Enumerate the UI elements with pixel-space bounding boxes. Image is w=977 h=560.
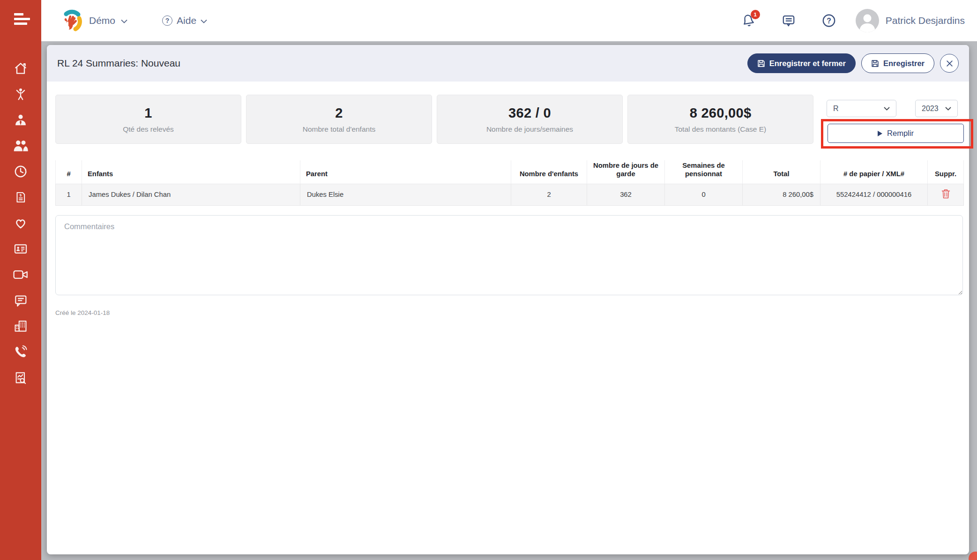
sidebar-item-health[interactable] [0, 210, 41, 236]
type-select-value: R [833, 105, 839, 113]
col-nb-enfants: Nombre d'enfants [511, 160, 587, 184]
feedback-button[interactable] [781, 13, 797, 29]
stat-card-releves: 1 Qté des relevés [55, 95, 241, 144]
chevron-down-icon [121, 19, 127, 23]
col-jours-garde: Nombre de jours de garde [587, 160, 665, 184]
child-icon [14, 87, 28, 101]
svg-text:$: $ [20, 193, 22, 197]
trash-icon [941, 189, 950, 199]
save-button[interactable]: Enregistrer [861, 53, 934, 73]
educator-icon [13, 112, 28, 127]
delete-row-button[interactable] [941, 189, 950, 199]
cell-parent: Dukes Elsie [300, 184, 511, 205]
cell-papier-xml: 552424412 / 000000416 [820, 184, 928, 205]
sidebar-item-calls[interactable] [0, 339, 41, 365]
save-label: Enregistrer [883, 59, 925, 68]
chevron-down-icon [884, 107, 890, 111]
notification-badge: 1 [751, 10, 760, 19]
svg-text:?: ? [827, 17, 831, 25]
report-icon [13, 370, 28, 385]
year-select[interactable]: 2023 [915, 100, 958, 117]
save-icon [871, 60, 879, 67]
help-label: Aide [177, 15, 196, 26]
cell-semaines: 0 [665, 184, 743, 205]
col-semaines: Semaines de pensionnat [665, 160, 743, 184]
stat-value: 362 / 0 [508, 105, 551, 121]
user-name[interactable]: Patrick Desjardins [886, 15, 965, 26]
stat-value: 2 [335, 105, 343, 121]
modal-header: RL 24 Summaries: Nouveau Enregistrer et … [47, 45, 969, 82]
heart-icon [13, 216, 28, 231]
video-camera-icon [13, 268, 29, 282]
stat-label: Nombre de jours/semaines [486, 125, 573, 134]
stat-label: Nombre total d'enfants [303, 125, 375, 134]
sidebar-item-attendance[interactable] [0, 158, 41, 184]
avatar[interactable] [856, 9, 879, 32]
sidebar-item-messages[interactable] [0, 287, 41, 313]
help-menu[interactable]: ? Aide [162, 15, 207, 26]
cell-enfants: James Dukes / Dilan Chan [82, 184, 300, 205]
close-icon [946, 60, 953, 67]
brand-label: Démo [89, 15, 115, 26]
save-icon [757, 60, 765, 67]
col-parent: Parent [300, 160, 511, 184]
col-enfants: Enfants [82, 160, 300, 184]
invoice-icon: $ [14, 190, 28, 204]
chevron-down-icon [201, 19, 207, 23]
comments-textarea[interactable] [55, 215, 963, 295]
table-row: 1 James Dukes / Dilan Chan Dukes Elsie 2… [56, 184, 964, 205]
phone-icon [13, 344, 28, 359]
people-icon [13, 139, 29, 153]
sidebar-item-video[interactable] [0, 261, 41, 287]
stat-value: 1 [144, 105, 152, 121]
cell-suppr [928, 184, 964, 205]
sidebar-item-reports[interactable] [0, 365, 41, 390]
sidebar-item-parents[interactable] [0, 133, 41, 158]
sidebar-item-home[interactable] [0, 55, 41, 81]
stat-label: Total des montants (Case E) [675, 125, 767, 134]
sidebar-item-billing[interactable]: $ [0, 184, 41, 210]
chevron-down-icon [945, 107, 951, 111]
question-mark-icon: ? [821, 13, 837, 29]
building-icon [13, 319, 28, 334]
cell-nb-enfants: 2 [511, 184, 587, 205]
stat-card-jours: 362 / 0 Nombre de jours/semaines [437, 95, 623, 144]
save-and-close-label: Enregistrer et fermer [769, 59, 846, 68]
sidebar-item-facility[interactable] [0, 313, 41, 339]
sidebar-item-contacts[interactable] [0, 236, 41, 261]
chat-widget-peek [969, 552, 977, 560]
question-circle-icon: ? [162, 15, 172, 26]
menu-toggle[interactable] [14, 13, 31, 26]
notifications-button[interactable]: 1 [740, 13, 756, 29]
help-button[interactable]: ? [821, 13, 837, 29]
col-total: Total [743, 160, 820, 184]
year-select-value: 2023 [922, 105, 939, 113]
fill-button[interactable]: Remplir [828, 124, 964, 143]
app-logo [59, 8, 83, 33]
hamburger-icon [14, 13, 23, 15]
home-icon [13, 61, 28, 76]
col-num: # [56, 160, 82, 184]
id-card-icon [13, 241, 28, 256]
type-select[interactable]: R [827, 100, 896, 117]
brand-menu[interactable]: Démo [59, 8, 127, 33]
rl24-summary-modal: RL 24 Summaries: Nouveau Enregistrer et … [47, 45, 969, 554]
save-and-close-button[interactable]: Enregistrer et fermer [747, 53, 856, 73]
stats-row: 1 Qté des relevés 2 Nombre total d'enfan… [55, 95, 813, 144]
sidebar-nav: $ [0, 55, 41, 390]
top-bar: Démo ? Aide 1 [41, 0, 977, 41]
sidebar-item-children[interactable] [0, 81, 41, 107]
table-header-row: # Enfants Parent Nombre d'enfants Nombre… [56, 160, 964, 184]
close-button[interactable] [940, 54, 959, 73]
cell-num: 1 [56, 184, 82, 205]
stat-value: 8 260,00$ [690, 105, 752, 121]
col-suppr: Suppr. [928, 160, 964, 184]
clock-icon [13, 164, 28, 179]
sidebar-item-educators[interactable] [0, 107, 41, 133]
chat-icon [781, 13, 796, 28]
modal-title: RL 24 Summaries: Nouveau [57, 58, 180, 69]
created-date-text: Créé le 2024-01-18 [55, 309, 110, 316]
stat-card-montants: 8 260,00$ Total des montants (Case E) [627, 95, 813, 144]
fill-button-label: Remplir [887, 129, 914, 138]
cell-jours-garde: 362 [587, 184, 665, 205]
